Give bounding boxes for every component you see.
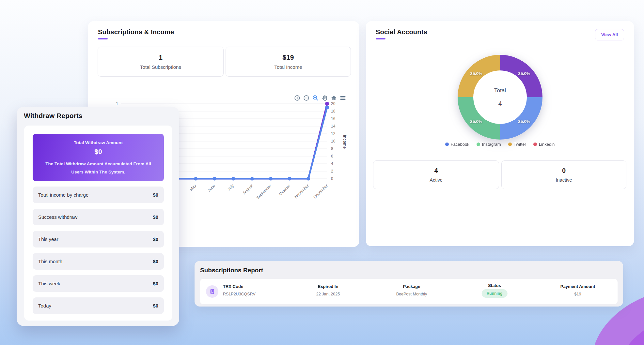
total-income-label: Total Income xyxy=(274,64,302,70)
income-point xyxy=(213,177,216,181)
inactive-accounts-label: Inactive xyxy=(556,177,572,183)
y-left-tick: 1 xyxy=(116,101,118,106)
total-subscriptions-label: Total Subscriptions xyxy=(140,64,181,70)
y-right-tick: 0 xyxy=(331,176,333,181)
legend-item-facebook[interactable]: Facebook xyxy=(445,142,469,147)
row-label: This year xyxy=(38,236,58,242)
status-header: Status xyxy=(482,283,508,288)
row-value: $0 xyxy=(153,303,158,308)
income-point xyxy=(194,177,197,181)
x-tick-june: June xyxy=(207,183,216,193)
y-right-tick: 10 xyxy=(331,139,336,143)
payment-amount-value: $19 xyxy=(560,292,595,296)
y-right-tick: 8 xyxy=(331,146,333,151)
package-cell: Package BeePost Monthly xyxy=(396,284,427,296)
linkedin-legend-dot xyxy=(533,142,537,146)
trx-code-header: TRX Code xyxy=(223,284,256,289)
total-withdraw-label: Total Withdraw Amount xyxy=(41,140,155,145)
slice-label-instagram: 25.0% xyxy=(518,119,530,124)
total-withdraw-value: $0 xyxy=(41,148,155,156)
total-withdraw-summary: Total Withdraw Amount $0 The Total Withd… xyxy=(33,134,164,181)
legend-item-instagram[interactable]: Instagram xyxy=(477,142,501,147)
package-value: BeePost Monthly xyxy=(396,292,427,296)
income-point xyxy=(231,177,235,181)
total-subscriptions-value: 1 xyxy=(159,53,163,61)
income-point xyxy=(306,177,310,181)
legend-label: Facebook xyxy=(451,142,469,147)
withdraw-reports-panel: Total Withdraw Amount $0 The Total Withd… xyxy=(24,126,172,321)
title-accent-bar xyxy=(376,38,385,39)
legend-label: Linkedin xyxy=(539,142,555,147)
y-right-tick: 16 xyxy=(331,116,336,121)
subscriptions-point-december xyxy=(325,102,329,106)
social-accounts-card: Social Accounts View All Total 4 25.0% 2… xyxy=(366,21,634,246)
slice-label-facebook: 25.0% xyxy=(518,71,530,76)
withdraw-row-success-withdraw: Success withdraw $0 xyxy=(33,209,164,225)
view-all-button[interactable]: View All xyxy=(595,29,624,40)
y-right-tick: 6 xyxy=(331,154,333,158)
subscriptions-report-card: Subscriptions Report TRX Code RS1P2U3CQS… xyxy=(195,261,623,307)
inactive-accounts-value: 0 xyxy=(562,167,566,174)
facebook-legend-dot xyxy=(445,142,449,146)
x-tick-october: October xyxy=(278,183,291,196)
expired-in-header: Expired In xyxy=(316,284,340,289)
slice-label-twitter: 25.0% xyxy=(470,119,482,124)
active-accounts-label: Active xyxy=(430,177,443,183)
subscriptions-report-title: Subscriptions Report xyxy=(200,267,263,274)
total-income-stat: $19 Total Income xyxy=(226,47,351,77)
x-tick-july: July xyxy=(227,183,235,191)
x-tick-november: November xyxy=(294,183,310,199)
status-badge: Running xyxy=(482,289,508,298)
legend-label: Twitter xyxy=(514,142,526,147)
y-right-axis-label: Income xyxy=(342,135,347,149)
x-tick-may: May xyxy=(189,183,197,192)
income-point xyxy=(288,177,291,181)
social-accounts-title: Social Accounts xyxy=(376,28,427,36)
x-tick-september: September xyxy=(256,183,272,200)
twitter-legend-dot xyxy=(508,142,512,146)
title-accent-bar xyxy=(98,38,108,39)
y-right-tick: 12 xyxy=(331,131,336,136)
withdraw-row-today: Today $0 xyxy=(33,297,164,314)
social-accounts-donut-chart[interactable]: Total 4 25.0% 25.0% 25.0% 25.0% xyxy=(458,55,542,140)
active-accounts-value: 4 xyxy=(434,167,438,174)
legend-item-linkedin[interactable]: Linkedin xyxy=(533,142,555,147)
donut-center-value: 4 xyxy=(498,100,502,107)
withdraw-row-total-income-by-charge: Total income by charge $0 xyxy=(33,187,164,203)
income-point-december xyxy=(325,106,329,110)
trx-code-value: RS1P2U3CQSRV xyxy=(223,292,256,296)
inactive-accounts-stat: 0 Inactive xyxy=(501,160,626,189)
y-right-tick: 20 xyxy=(331,101,336,106)
active-accounts-stat: 4 Active xyxy=(373,160,499,189)
row-label: Total income by charge xyxy=(38,192,88,198)
withdraw-reports-card: Withdraw Reports Total Withdraw Amount $… xyxy=(17,107,179,326)
payment-amount-header: Payment Amount xyxy=(560,284,595,289)
expired-in-cell: Expired In 22 Jan, 2025 xyxy=(316,284,340,296)
y-right-tick: 2 xyxy=(331,169,333,173)
expired-in-value: 22 Jan, 2025 xyxy=(316,292,340,296)
receipt-icon xyxy=(206,285,218,298)
y-right-tick: 14 xyxy=(331,124,336,128)
x-tick-august: August xyxy=(242,183,254,195)
row-label: This week xyxy=(38,281,60,286)
withdraw-row-this-month: This month $0 xyxy=(33,253,164,270)
subscription-table-row: TRX Code RS1P2U3CQSRV Expired In 22 Jan,… xyxy=(200,279,618,304)
package-header: Package xyxy=(396,284,427,289)
row-label: This month xyxy=(38,259,62,264)
income-point xyxy=(269,177,273,181)
instagram-legend-dot xyxy=(477,142,480,146)
donut-center: Total 4 xyxy=(473,70,527,124)
payment-amount-cell: Payment Amount $19 xyxy=(560,284,595,296)
donut-legend: Facebook Instagram Twitter Linkedin xyxy=(366,142,634,147)
dashboard-page: Subscriptions & Income 1 Total Subscript… xyxy=(0,0,644,345)
slice-label-linkedin: 25.0% xyxy=(470,71,482,76)
withdraw-row-this-year: This year $0 xyxy=(33,231,164,248)
withdraw-reports-title: Withdraw Reports xyxy=(24,112,82,120)
total-income-value: $19 xyxy=(282,53,294,61)
row-label: Success withdraw xyxy=(38,214,77,220)
status-cell: Status Running xyxy=(482,283,508,298)
total-withdraw-description: The Total Withdraw Amount Accumulated Fr… xyxy=(41,160,155,176)
legend-label: Instagram xyxy=(482,142,501,147)
legend-item-twitter[interactable]: Twitter xyxy=(508,142,526,147)
row-label: Today xyxy=(38,303,51,308)
